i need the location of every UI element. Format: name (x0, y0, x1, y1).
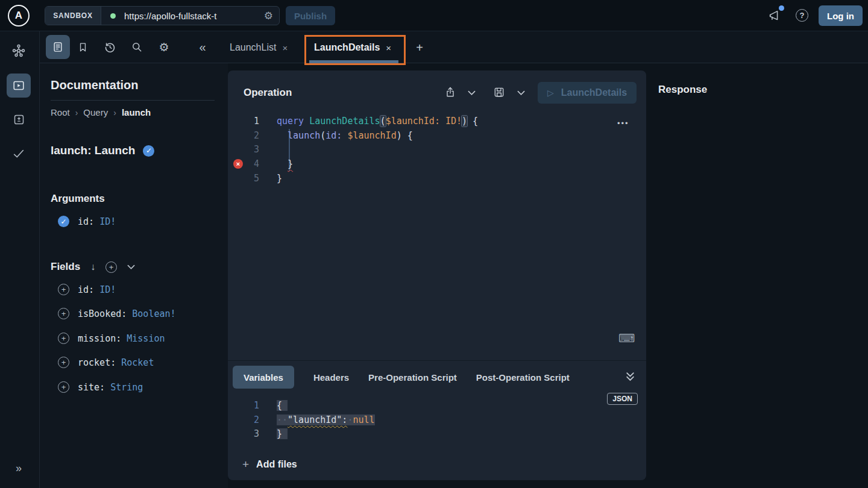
saved-operations-button[interactable] (71, 35, 95, 59)
save-chevron-down-icon[interactable] (517, 90, 525, 96)
argument-type-link[interactable]: ID! (99, 216, 116, 227)
documentation-title: Documentation (51, 78, 139, 92)
code-text: } (277, 172, 282, 186)
argument-check-icon[interactable]: ✓ (58, 216, 69, 227)
tab-launchlist[interactable]: LaunchList × (230, 39, 288, 57)
field-type-link[interactable]: Rocket (121, 357, 154, 368)
breadcrumb-current: launch (122, 107, 151, 117)
token-indent (277, 158, 288, 169)
field-type-link[interactable]: Boolean! (132, 308, 175, 319)
add-files-label: Add files (256, 459, 297, 470)
field-row[interactable]: + mission: Mission (58, 333, 165, 344)
check-glyph: ✓ (146, 146, 152, 155)
save-operation-icon[interactable] (493, 86, 505, 98)
field-row[interactable]: + isBooked: Boolean! (58, 308, 176, 319)
token-indent (277, 130, 288, 141)
settings-button[interactable]: ⚙ (152, 35, 176, 59)
add-field-icon[interactable]: + (58, 381, 69, 393)
field-type-link[interactable]: String (110, 382, 143, 393)
token-paren-close: ) (462, 116, 467, 127)
mocks-nav-item[interactable] (7, 107, 31, 131)
fields-chevron-down-icon[interactable] (127, 264, 135, 270)
share-operation-icon[interactable] (444, 86, 456, 99)
add-field-icon[interactable]: + (58, 284, 69, 295)
plus-glyph: + (61, 334, 66, 343)
add-field-icon[interactable]: + (58, 308, 69, 319)
code-line: 4 } (228, 157, 646, 172)
add-field-icon[interactable]: + (58, 333, 69, 344)
field-text: rocket: Rocket (78, 357, 154, 368)
explorer-nav-item[interactable] (7, 74, 31, 98)
history-button[interactable] (98, 35, 122, 59)
login-button[interactable]: Log in (819, 5, 863, 26)
tab-headers[interactable]: Headers (313, 372, 349, 383)
run-operation-button[interactable]: ▷ LaunchDetails (538, 82, 637, 104)
help-button[interactable]: ? (796, 9, 808, 22)
expand-rail-button[interactable]: » (7, 456, 31, 480)
field-signature-row: launch: Launch ✓ (51, 144, 154, 157)
documentation-panel-button[interactable] (46, 35, 70, 59)
connection-status-dot (110, 13, 116, 19)
checks-nav-item[interactable] (7, 142, 31, 166)
code-line: 5 } (228, 172, 646, 186)
endpoint-settings-gear-icon[interactable]: ⚙ (264, 10, 273, 22)
apollo-logo-letter: A (15, 10, 22, 22)
line-number: 3 (228, 427, 259, 442)
new-tab-button[interactable]: + (414, 39, 426, 57)
field-type-link[interactable]: Mission (127, 333, 165, 344)
response-title: Response (658, 84, 707, 96)
operation-title: Operation (244, 87, 292, 99)
mocks-icon (13, 113, 25, 126)
endpoint-url-input[interactable]: https://apollo-fullstack-t (124, 11, 216, 21)
tab-pre-operation-script[interactable]: Pre-Operation Script (368, 372, 457, 383)
token-space (440, 116, 445, 127)
add-all-fields-icon[interactable]: + (105, 261, 117, 273)
announcements-megaphone-icon[interactable] (768, 9, 781, 22)
code-text: launch(id: $launchId) { (277, 129, 413, 143)
added-check-icon[interactable]: ✓ (143, 145, 154, 157)
token-keyword: query (277, 116, 309, 127)
argument-row[interactable]: ✓ id: ID! (58, 216, 116, 227)
field-name: rocket: (78, 357, 116, 368)
error-marker-icon[interactable]: × (233, 159, 243, 169)
response-panel: Response (651, 63, 868, 488)
breadcrumb-query[interactable]: Query (83, 107, 108, 117)
search-button[interactable] (125, 35, 149, 59)
explorer-toolbar-row: ⚙ « LaunchList × LaunchDetails × + (40, 31, 868, 63)
token-variable: $launchId: (386, 116, 440, 127)
json-text: ··"launchId":·null (277, 413, 375, 428)
field-text: mission: Mission (78, 333, 165, 344)
publish-button[interactable]: Publish (286, 6, 335, 25)
variables-editor[interactable]: 1 { 2 ··"launchId":·null 3 } (228, 399, 646, 442)
field-name: site: (78, 382, 105, 393)
collapse-panel-button[interactable]: « (190, 35, 215, 59)
tab-variables[interactable]: Variables (233, 366, 294, 389)
breadcrumb-separator-icon: › (75, 108, 78, 117)
token-json-value: null (353, 414, 374, 425)
field-row[interactable]: + rocket: Rocket (58, 357, 154, 368)
field-type-link[interactable]: ID! (99, 284, 116, 295)
share-chevron-down-icon[interactable] (468, 90, 476, 96)
add-field-icon[interactable]: + (58, 357, 69, 368)
tab-launchlist-close-icon[interactable]: × (282, 43, 288, 53)
code-line: 3 (228, 143, 646, 157)
check-glyph: ✓ (60, 217, 66, 226)
keyboard-shortcuts-icon[interactable]: ⌨ (618, 331, 635, 345)
add-files-button[interactable]: + Add files (242, 458, 297, 471)
operation-panel: Operation ▷ LaunchDetails ••• (228, 70, 646, 480)
whitespace-dots: ·· (277, 414, 288, 425)
fields-heading: Fields (51, 261, 80, 273)
apollo-logo-icon[interactable]: A (8, 5, 30, 27)
field-row[interactable]: + id: ID! (58, 284, 116, 295)
sort-arrow-down-icon[interactable]: ↓ (90, 261, 95, 272)
token-operation-name: LaunchDetails (309, 116, 380, 127)
code-text: query LaunchDetails($launchId: ID!) { (277, 114, 478, 129)
schema-graph-icon[interactable] (7, 39, 31, 63)
field-row[interactable]: + site: String (58, 381, 143, 393)
collapse-request-panel-icon[interactable] (626, 372, 635, 381)
breadcrumb-root[interactable]: Root (51, 107, 70, 117)
sandbox-badge[interactable]: SANDBOX (45, 7, 101, 25)
graphql-editor[interactable]: 1 query LaunchDetails($launchId: ID!) { … (228, 114, 646, 186)
run-button-label: LaunchDetails (561, 87, 627, 98)
tab-post-operation-script[interactable]: Post-Operation Script (476, 372, 570, 383)
